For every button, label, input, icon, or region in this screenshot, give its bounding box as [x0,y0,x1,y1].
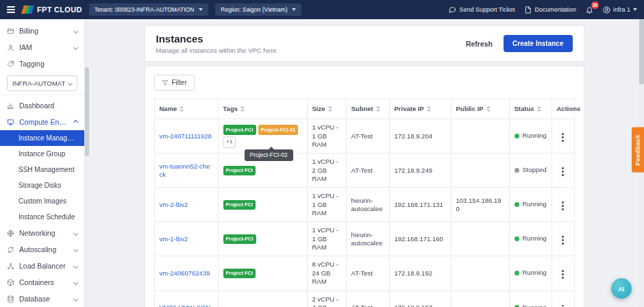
cell-actions [552,291,574,307]
sidebar-item-billing[interactable]: Billing [0,23,84,39]
notifications-button[interactable]: 35 [586,6,593,14]
sort-icon[interactable] [240,106,245,112]
feedback-tab[interactable]: Feedback [632,127,644,173]
doc-icon [524,6,532,14]
sidebar-item-containers[interactable]: Containers [0,274,84,291]
sidebar-item-tagging[interactable]: Tagging [0,56,84,72]
column-header-status[interactable]: Status [509,99,552,119]
documentation-link[interactable]: Documentation [524,6,576,14]
tag-badge: Project-FCI [223,234,256,245]
sidebar-item-label: Containers [19,278,69,286]
region-selector[interactable]: Region: Saigon (Vietnam) [215,3,301,16]
cell-name: vm-1-lbv2 [154,222,218,256]
sidebar-item-autoscaling[interactable]: Autoscaling [0,241,84,258]
column-header-name[interactable]: Name [154,99,218,119]
sidebar-item-iam[interactable]: IAM [0,39,84,56]
tag-badge: Project-FCI-01 [258,125,299,135]
tag-tooltip: Project-FCI-02 [245,149,293,161]
tag-overflow-badge[interactable]: +1 [223,136,236,148]
sidebar-item-dashboard[interactable]: Dashboard [0,97,84,114]
row-actions-menu[interactable] [558,268,567,281]
instances-table-body: vm-240711111928Project-FCIProject-FCI-01… [154,119,574,307]
sidebar-item-instance-management[interactable]: Instance Management [0,130,84,146]
cell-subnet: hieunn-autoscalee [346,188,389,222]
instances-table: NameTagsSizeSubnetPrivate IPPublic IPSta… [154,99,575,307]
instance-name-link[interactable]: VM02-VMW-SGN [160,304,211,307]
sort-icon[interactable] [486,106,491,112]
sidebar-scrollbar[interactable] [85,19,89,307]
chevron-down-icon [73,296,78,301]
sidebar-item-networking[interactable]: Networking [0,225,84,241]
create-instance-button[interactable]: Create Instance [504,35,572,52]
sidebar-item-load-balancer[interactable]: Load Balancer [0,258,84,274]
column-header-subnet[interactable]: Subnet [346,99,389,119]
sidebar-item-label: Tagging [19,60,77,68]
page-header-text: Instances Manage all instances within th… [156,33,277,54]
vpc-selector-value: INFRA-AUTOMATION-VM... [12,79,65,87]
content-container: Instances Manage all instances within th… [145,26,584,307]
region-label: Region: Saigon (Vietnam) [221,6,287,13]
sort-icon[interactable] [376,106,380,112]
filter-button[interactable]: Filter [154,75,195,90]
sidebar-item-database[interactable]: Database [0,291,84,307]
column-header-size[interactable]: Size [307,99,346,119]
table-row: vm-2-lbv2Project FCI1 vCPU - 1 GB RAMhie… [154,188,574,222]
cell-private-ip: 172.18.9.157 [389,291,451,307]
vpc-selector[interactable]: INFRA-AUTOMATION-VM... [7,75,77,91]
cell-size: 8 vCPU - 24 GB RAM [307,256,346,291]
sidebar-item-instance-group[interactable]: Instance Group [0,146,84,162]
ai-assistant-button[interactable]: AI [611,278,632,299]
sort-icon[interactable] [179,106,184,112]
sidebar-item-compute-engine[interactable]: Compute Engine [0,114,84,130]
instance-name-link[interactable]: vm-24060762439 [160,269,210,277]
user-name: infra 1 [613,6,630,13]
row-actions-menu[interactable] [558,199,567,212]
sidebar-item-label: Dashboard [19,101,77,110]
row-actions-menu[interactable] [558,234,567,247]
cell-name: vm-2-lbv2 [154,188,218,222]
support-ticket-link[interactable]: Send Support Ticket [449,6,515,14]
sidebar-item-custom-images[interactable]: Custom Images [0,193,84,209]
user-icon [603,6,610,14]
sidebar-item-instance-schedule[interactable]: Instance Schedule [0,209,84,225]
column-header-private-ip[interactable]: Private IP [389,99,451,119]
row-actions-menu[interactable] [558,131,567,144]
cell-private-ip: 172.18.9.204 [389,119,451,154]
row-actions-menu[interactable] [558,165,567,178]
documentation-label: Documentation [534,6,576,13]
column-header-label: Subnet [351,105,373,113]
sort-icon[interactable] [427,106,431,112]
billing-icon [7,27,14,35]
cell-name: vm-240711111928 [154,119,218,154]
column-header-label: Public IP [456,105,484,113]
sidebar-item-ssh-management[interactable]: SSH Management [0,162,84,177]
sidebar-scrollbar-thumb[interactable] [85,67,89,156]
sidebar-main-group: DashboardCompute EngineInstance Manageme… [0,97,84,307]
database-icon [7,295,14,303]
sidebar-item-label: Autoscaling [19,245,69,254]
page-scrollbar-thumb[interactable] [639,19,644,84]
column-header-label: Status [515,105,534,113]
instance-name-link[interactable]: vm-1-lbv2 [160,235,188,243]
user-menu[interactable]: infra 1 [603,6,637,14]
tag-badge: Project FCI [223,200,256,210]
tenant-selector[interactable]: Tenant: 000823-INFRA-AUTOMATION [89,3,209,16]
sort-icon[interactable] [537,106,541,112]
instance-name-link[interactable]: vm-2-lbv2 [160,201,188,208]
column-header-tags[interactable]: Tags [218,99,307,119]
cell-name: vm-24060762439 [154,256,218,291]
instance-name-link[interactable]: vm-240711111928 [160,132,212,140]
instance-name-link[interactable]: vm-tuannn52-check [160,162,210,178]
column-header-public-ip[interactable]: Public IP [451,99,509,119]
loadbalancer-icon [7,262,14,270]
cell-tags: Project FCI [218,256,307,291]
sidebar-item-storage-disks[interactable]: Storage Disks [0,177,84,193]
refresh-button[interactable]: Refresh [466,40,493,48]
row-actions-menu[interactable] [558,303,567,307]
cell-size: 2 vCPU - 4 GB RAM [307,291,346,307]
table-row: vm-240711111928Project-FCIProject-FCI-01… [154,119,574,154]
hamburger-menu-icon[interactable] [7,6,15,13]
fpt-cloud-logo[interactable]: FPT CLOUD [22,5,82,14]
sort-icon[interactable] [328,106,332,112]
notification-badge: 35 [591,1,599,9]
